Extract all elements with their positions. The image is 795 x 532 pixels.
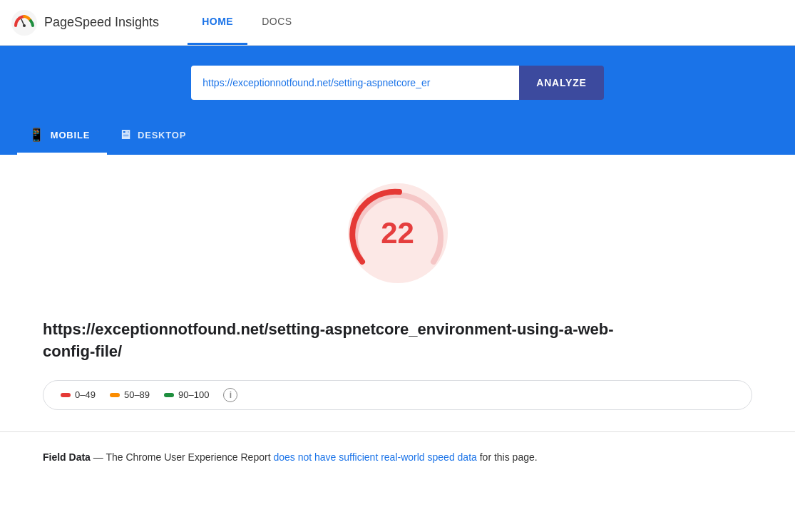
info-icon[interactable]: i <box>223 388 237 402</box>
section-divider <box>0 431 795 432</box>
legend-item-mid: 50–89 <box>110 389 150 400</box>
field-data-label: Field Data <box>43 451 91 463</box>
legend-dot-orange <box>110 393 120 397</box>
field-data-prefix: The Chrome User Experience Report <box>106 451 273 463</box>
url-input[interactable] <box>191 66 519 100</box>
view-tab-desktop[interactable]: 🖥 DESKTOP <box>107 118 203 155</box>
desktop-icon: 🖥 <box>118 128 132 143</box>
tab-docs[interactable]: DOCS <box>247 0 306 45</box>
view-tab-mobile[interactable]: 📱 MOBILE <box>17 117 107 155</box>
score-circle: 22 <box>348 183 448 283</box>
tab-home[interactable]: HOME <box>188 0 247 45</box>
legend-dot-red <box>61 393 71 397</box>
hero-section: ANALYZE 📱 MOBILE 🖥 DESKTOP <box>0 46 795 155</box>
result-url: https://exceptionnotfound.net/setting-as… <box>43 319 656 363</box>
field-data-dash: — <box>93 451 103 463</box>
score-arc-svg <box>348 183 448 283</box>
mobile-icon: 📱 <box>29 127 45 143</box>
nav-tabs: HOME DOCS <box>188 0 306 45</box>
analyze-button[interactable]: ANALYZE <box>519 66 603 100</box>
legend-item-high: 90–100 <box>164 389 209 400</box>
score-section: 22 <box>43 183 752 297</box>
svg-point-2 <box>23 24 26 27</box>
top-nav: PageSpeed Insights HOME DOCS <box>0 0 795 46</box>
main-content: 22 https://exceptionnotfound.net/setting… <box>0 155 795 493</box>
app-logo-icon <box>11 10 37 36</box>
field-data-link[interactable]: does not have sufficient real-world spee… <box>273 451 476 463</box>
field-data-suffix: for this page. <box>480 451 538 463</box>
app-title: PageSpeed Insights <box>44 15 159 30</box>
field-data-section: Field Data — The Chrome User Experience … <box>43 449 752 472</box>
legend-dot-green <box>164 393 174 397</box>
legend-item-low: 0–49 <box>61 389 96 400</box>
search-bar: ANALYZE <box>0 66 795 117</box>
logo-area: PageSpeed Insights <box>11 10 159 36</box>
score-legend: 0–49 50–89 90–100 i <box>43 380 752 410</box>
view-tabs: 📱 MOBILE 🖥 DESKTOP <box>0 117 795 155</box>
